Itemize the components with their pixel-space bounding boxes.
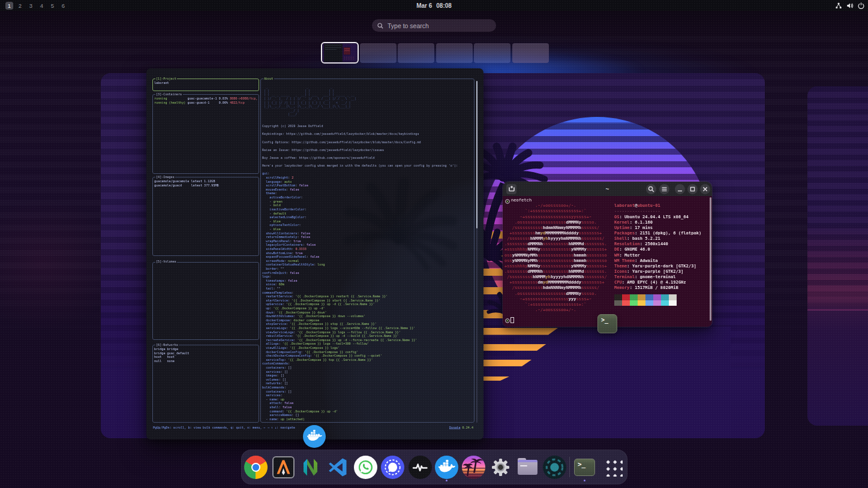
dock: >_	[241, 450, 627, 484]
thumbnail-content	[323, 44, 357, 62]
menu-icon[interactable]	[659, 184, 669, 194]
dock-item-docker[interactable]	[435, 456, 458, 479]
dock-item-remmina[interactable]	[543, 456, 566, 479]
dock-item-files[interactable]	[516, 456, 539, 479]
dock-item-alacritty[interactable]	[272, 456, 295, 479]
power-icon	[858, 2, 864, 9]
dock-separator	[569, 457, 570, 477]
wallpaper-scanlines	[807, 86, 868, 426]
panel-volumes[interactable]	[152, 262, 259, 340]
clock-time: 08:08	[436, 2, 452, 9]
running-indicator	[446, 480, 448, 482]
mini-wallpaper-dots	[344, 56, 354, 61]
docker-whale-icon	[303, 425, 326, 448]
dock-item-wallpaper[interactable]	[462, 456, 485, 479]
workspace-thumbnail-6[interactable]	[512, 43, 549, 64]
running-indicator	[584, 480, 586, 482]
terminal-color-palette	[614, 294, 677, 306]
dock-item-chrome[interactable]	[244, 456, 268, 479]
volume-icon	[846, 2, 854, 9]
terminal-headerbar[interactable]: ~	[503, 182, 712, 196]
dock-item-vscode[interactable]	[326, 456, 350, 479]
maximize-icon[interactable]	[687, 184, 698, 194]
system-tray[interactable]	[835, 0, 864, 11]
search-icon	[377, 23, 383, 29]
scrollbar[interactable]	[476, 81, 478, 228]
workspace-thumbnail-4[interactable]	[436, 43, 473, 64]
scrollbar[interactable]	[710, 197, 711, 321]
clock[interactable]: Mar 608:08	[0, 0, 868, 11]
workspace-thumbnail-3[interactable]	[398, 43, 434, 64]
network-icon	[835, 2, 842, 9]
dock-item-app-grid[interactable]	[602, 456, 625, 479]
terminal-body[interactable]: neofetch .-/+oossssoo+/-. `:+sssssssssss…	[503, 196, 712, 327]
dock-item-pulse[interactable]	[409, 456, 432, 479]
search-placeholder: Type to search	[388, 22, 429, 29]
mini-lazydocker-window	[324, 44, 343, 62]
neofetch-ubuntu-logo: .-/+oossssoo+/-. `:+ssssssssssssssssss+:…	[504, 203, 607, 312]
workspace-thumbnail-1[interactable]	[321, 42, 359, 64]
mini-terminal-window	[344, 47, 350, 55]
neofetch-system-info: laborant@ubuntu-01 ------------------ OS…	[614, 203, 701, 290]
workspace-thumbnail-2[interactable]	[360, 43, 397, 64]
terminal-icon: >_	[597, 314, 617, 333]
dock-item-neovim[interactable]	[299, 456, 322, 479]
search-icon[interactable]	[646, 184, 656, 194]
terminal-command-line: neofetch	[511, 197, 531, 203]
clock-date: Mar 6	[416, 2, 432, 9]
panel-containers[interactable]	[152, 94, 259, 174]
donate-link: Donate	[449, 426, 460, 429]
search-bar[interactable]: Type to search	[372, 19, 496, 32]
dock-item-signal[interactable]	[381, 456, 404, 479]
terminal-cursor	[510, 317, 514, 323]
wallpaper-horizon-line	[807, 309, 868, 311]
prompt-icon	[505, 318, 510, 323]
panel-images[interactable]	[152, 177, 259, 256]
workspace-preview-2[interactable]	[807, 86, 868, 426]
gnome-terminal-window[interactable]: ~ neofetch .-/+oossssoo+/-. `:+sssssssss…	[503, 182, 712, 327]
top-bar: 123456 Mar 608:08	[0, 0, 868, 11]
status-keybindings: PgUp/PgDn: scroll, b: view bulk commands…	[153, 426, 295, 429]
workspace-thumbnail-5[interactable]	[474, 43, 510, 64]
dock-item-settings[interactable]	[489, 456, 512, 479]
lazydocker-window[interactable]: [1]-Projectlaborant[3]-Containersrunning…	[146, 68, 483, 439]
dock-item-whatsapp[interactable]	[354, 456, 377, 479]
close-icon[interactable]	[700, 184, 710, 194]
minimize-icon[interactable]	[675, 184, 685, 194]
dock-item-terminal[interactable]: >_	[573, 456, 596, 479]
